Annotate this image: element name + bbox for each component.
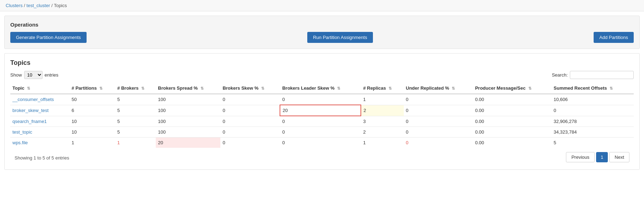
sort-icon-brokers: ⇅	[141, 86, 144, 91]
table-row: broker_skew_test65100020200.000	[10, 105, 634, 116]
col-brokers-skew[interactable]: Brokers Skew % ⇅	[220, 83, 280, 94]
cell-partitions: 10	[70, 116, 115, 127]
cell-under-replicated: 0	[404, 116, 473, 127]
cell-brokers: 5	[115, 116, 156, 127]
cell-producer-msg: 0.00	[473, 105, 551, 116]
table-row: test_topic10510000200.0034,323,784	[10, 127, 634, 138]
add-partitions-button[interactable]: Add Partitions	[594, 32, 634, 43]
cell-partitions: 1	[70, 138, 115, 148]
cell-brokers: 5	[115, 105, 156, 116]
cell-brokers-spread: 100	[156, 116, 220, 127]
show-entries: Show 10 25 50 100 entries	[10, 71, 59, 79]
cell-topic: __consumer_offsets	[10, 94, 70, 105]
sort-icon-under-replicated: ⇅	[452, 86, 455, 91]
showing-text: Showing 1 to 5 of 5 entries	[15, 155, 69, 161]
cell-producer-msg: 0.00	[473, 94, 551, 105]
cell-replicas: 2	[361, 127, 403, 138]
sort-icon-skew: ⇅	[261, 86, 264, 91]
cell-brokers-spread: 20	[156, 138, 220, 148]
cell-brokers-skew: 0	[220, 94, 280, 105]
table-header-row: Topic ⇅ # Partitions ⇅ # Brokers ⇅ Broke…	[10, 83, 634, 94]
cell-summed-offsets: 32,906,278	[551, 116, 634, 127]
pagination: Previous 1 Next	[566, 152, 629, 162]
breadcrumb-clusters[interactable]: Clusters	[6, 3, 23, 8]
cell-brokers-skew: 0	[220, 105, 280, 116]
footer-bar: Showing 1 to 5 of 5 entries Previous 1 N…	[10, 148, 634, 164]
col-replicas[interactable]: # Replicas ⇅	[361, 83, 403, 94]
search-input[interactable]	[570, 71, 634, 79]
cell-under-replicated: 0	[404, 127, 473, 138]
entries-label: entries	[45, 72, 59, 78]
cell-brokers-skew: 0	[220, 127, 280, 138]
broker-link-red[interactable]: 1	[117, 140, 120, 145]
sort-icon-offsets: ⇅	[610, 86, 613, 91]
run-partition-assignments-button[interactable]: Run Partition Assignments	[307, 32, 373, 43]
table-row: wps.file112000100.005	[10, 138, 634, 148]
cell-brokers-spread: 100	[156, 127, 220, 138]
col-topic[interactable]: Topic ⇅	[10, 83, 70, 94]
previous-button[interactable]: Previous	[566, 152, 595, 162]
cell-brokers-leader-skew: 0	[280, 94, 361, 105]
cell-partitions: 6	[70, 105, 115, 116]
cell-topic: test_topic	[10, 127, 70, 138]
operations-buttons: Generate Partition Assignments Run Parti…	[10, 32, 634, 43]
col-brokers-spread[interactable]: Brokers Spread % ⇅	[156, 83, 220, 94]
pagination-current[interactable]: 1	[596, 152, 608, 162]
cell-brokers-leader-skew: 20	[280, 105, 361, 116]
topic-link[interactable]: wps.file	[12, 140, 28, 145]
col-brokers[interactable]: # Brokers ⇅	[115, 83, 156, 94]
topic-link[interactable]: test_topic	[12, 129, 32, 135]
cell-replicas: 1	[361, 94, 403, 105]
cell-partitions: 50	[70, 94, 115, 105]
entries-select[interactable]: 10 25 50 100	[24, 71, 43, 79]
cell-under-replicated: 0	[404, 94, 473, 105]
cell-brokers: 5	[115, 127, 156, 138]
table-row: __consumer_offsets50510000100.0010,606	[10, 94, 634, 105]
cell-brokers-spread: 100	[156, 105, 220, 116]
under-replicated-link-red[interactable]: 0	[406, 140, 408, 145]
cell-topic: wps.file	[10, 138, 70, 148]
col-partitions[interactable]: # Partitions ⇅	[70, 83, 115, 94]
col-leader-skew[interactable]: Brokers Leader Skew % ⇅	[280, 83, 361, 94]
operations-title: Operations	[10, 22, 634, 28]
cell-under-replicated: 0	[404, 105, 473, 116]
cell-brokers-leader-skew: 0	[280, 138, 361, 148]
col-producer-msg[interactable]: Producer Message/Sec ⇅	[473, 83, 551, 94]
cell-summed-offsets: 10,606	[551, 94, 634, 105]
col-summed-offsets[interactable]: Summed Recent Offsets ⇅	[551, 83, 634, 94]
search-label: Search:	[552, 72, 568, 78]
breadcrumb-topics: Topics	[54, 3, 67, 8]
cell-summed-offsets: 5	[551, 138, 634, 148]
cell-brokers-skew: 0	[220, 138, 280, 148]
cell-producer-msg: 0.00	[473, 127, 551, 138]
sort-icon-partitions: ⇅	[99, 86, 103, 91]
cell-under-replicated: 0	[404, 138, 473, 148]
next-button[interactable]: Next	[609, 152, 629, 162]
topics-table: Topic ⇅ # Partitions ⇅ # Brokers ⇅ Broke…	[10, 83, 634, 148]
operations-section: Operations Generate Partition Assignment…	[4, 16, 640, 49]
cell-brokers-leader-skew: 0	[280, 116, 361, 127]
topic-link[interactable]: broker_skew_test	[12, 108, 49, 113]
topic-link[interactable]: qsearch_fname1	[12, 119, 47, 124]
col-under-replicated[interactable]: Under Replicated % ⇅	[404, 83, 473, 94]
cell-brokers-skew: 0	[220, 116, 280, 127]
topic-link[interactable]: __consumer_offsets	[12, 97, 54, 102]
cell-brokers-spread: 100	[156, 94, 220, 105]
sort-icon-spread: ⇅	[200, 86, 204, 91]
cell-replicas: 3	[361, 116, 403, 127]
cell-summed-offsets: 34,323,784	[551, 127, 634, 138]
cell-brokers-leader-skew: 0	[280, 127, 361, 138]
sort-icon-producer: ⇅	[528, 86, 532, 91]
breadcrumb-cluster[interactable]: test_cluster	[27, 3, 50, 8]
cell-replicas: 2	[361, 105, 403, 116]
generate-partition-assignments-button[interactable]: Generate Partition Assignments	[10, 32, 87, 43]
cell-summed-offsets: 0	[551, 105, 634, 116]
cell-brokers: 5	[115, 94, 156, 105]
cell-brokers: 1	[115, 138, 156, 148]
table-row: qsearch_fname110510000300.0032,906,278	[10, 116, 634, 127]
cell-producer-msg: 0.00	[473, 138, 551, 148]
table-controls: Show 10 25 50 100 entries Search:	[10, 71, 634, 79]
cell-replicas: 1	[361, 138, 403, 148]
topics-title: Topics	[10, 59, 634, 67]
sort-icon-topic: ⇅	[27, 86, 30, 91]
